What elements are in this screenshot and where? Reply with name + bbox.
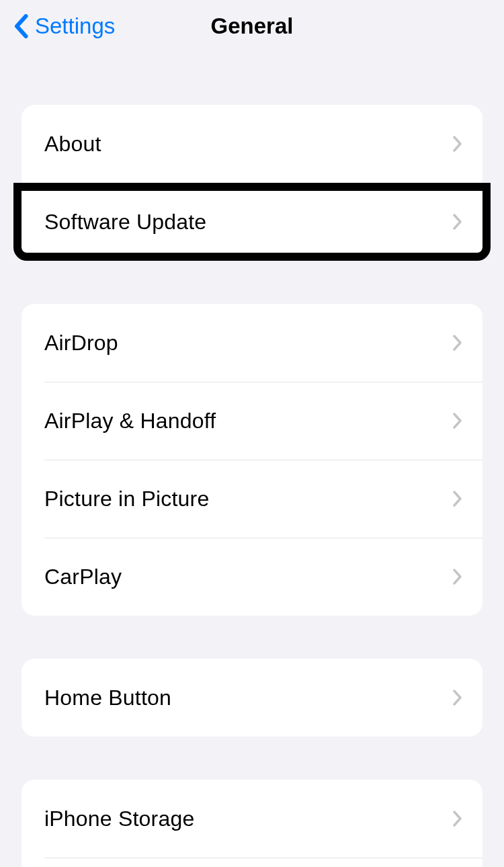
- row-home-button[interactable]: Home Button: [22, 659, 482, 737]
- row-label: About: [44, 132, 101, 157]
- back-button[interactable]: Settings: [11, 13, 115, 39]
- row-label: Software Update: [44, 210, 206, 235]
- section-about: About Software Update: [22, 105, 482, 261]
- row-airplay-handoff[interactable]: AirPlay & Handoff: [22, 382, 482, 460]
- row-label: AirDrop: [44, 331, 118, 356]
- row-carplay[interactable]: CarPlay: [22, 538, 482, 616]
- navigation-bar: Settings General: [0, 0, 504, 52]
- row-next-hidden[interactable]: [22, 858, 482, 867]
- row-about[interactable]: About: [22, 105, 482, 183]
- chevron-right-icon: [453, 413, 462, 429]
- row-label: CarPlay: [44, 565, 122, 589]
- row-label: AirPlay & Handoff: [44, 409, 216, 434]
- chevron-right-icon: [453, 491, 462, 507]
- row-label: Picture in Picture: [44, 487, 209, 511]
- row-airdrop[interactable]: AirDrop: [22, 304, 482, 382]
- section-connectivity: AirDrop AirPlay & Handoff Picture in Pic…: [22, 304, 482, 616]
- row-label: Home Button: [44, 686, 171, 710]
- chevron-left-icon: [13, 14, 28, 38]
- row-picture-in-picture[interactable]: Picture in Picture: [22, 460, 482, 538]
- chevron-right-icon: [453, 335, 462, 351]
- section-home-button: Home Button: [22, 659, 482, 737]
- section-storage: iPhone Storage: [22, 780, 482, 867]
- back-label: Settings: [35, 13, 115, 39]
- chevron-right-icon: [453, 690, 462, 706]
- chevron-right-icon: [453, 136, 462, 152]
- row-software-update[interactable]: Software Update: [13, 183, 491, 261]
- row-label: iPhone Storage: [44, 807, 194, 831]
- chevron-right-icon: [453, 569, 462, 585]
- chevron-right-icon: [453, 811, 462, 827]
- row-iphone-storage[interactable]: iPhone Storage: [22, 780, 482, 858]
- settings-content: About Software Update AirDrop AirPlay & …: [0, 105, 504, 867]
- chevron-right-icon: [453, 214, 462, 230]
